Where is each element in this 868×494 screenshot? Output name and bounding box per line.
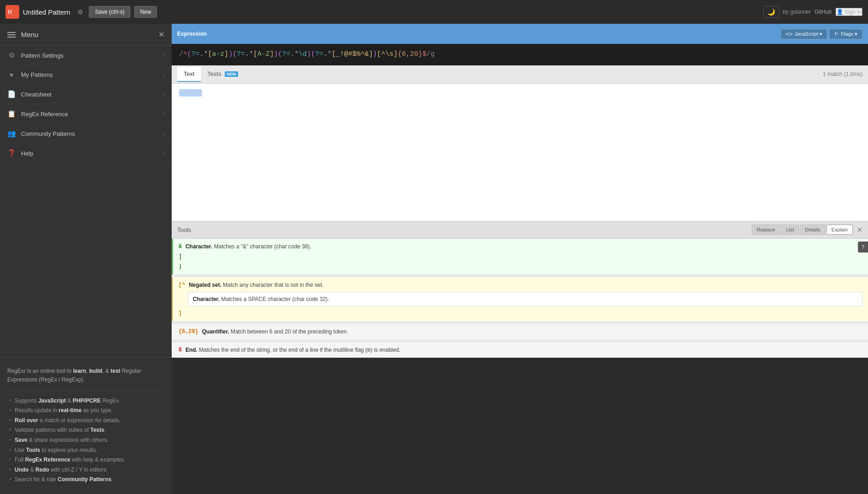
regex-group2-close: ) [274,50,278,58]
sidebar-description: RegExr is an online tool to learn, build… [7,367,164,384]
tools-header: Tools Replace List Details Explain ✕ [172,221,868,239]
sidebar: Menu ✕ ⚙ Pattern Settings › ♥ My Pattern… [0,24,172,494]
desc-negset: Negated set. Match any character that is… [189,282,323,288]
explain-button[interactable]: Explain [826,225,853,235]
regex-bracket-open2: [ [253,50,257,58]
tools-content: & Character. Matches a "&" character (ch… [172,239,868,358]
user-icon: 👤 [836,9,843,15]
sidebar-item-help[interactable]: ❓ Help › [0,144,172,163]
token-bracket-close: ] [179,253,182,260]
feature-item: Undo & Redo with ctrl-Z / Y in editors. [7,465,164,475]
regex-range2: A-Z [257,50,270,58]
theme-toggle-button[interactable]: 🌙 [763,6,779,18]
content-area: Expression </> JavaScript ▾ 🏳 Flags ▾ /^… [172,24,868,494]
sidebar-item-cheatsheet[interactable]: 📄 Cheatsheet › [0,85,172,104]
sidebar-item-regex-reference[interactable]: 📋 RegEx Reference › [0,104,172,124]
regex-close-slash: / [427,50,431,58]
settings-gear-button[interactable]: ⚙ [76,7,85,16]
tab-list: Text Tests NEW [177,67,244,82]
desc-quantifier: Quantifier. Match between 6 and 20 of th… [202,328,348,335]
app-logo: R [5,5,19,19]
text-editor[interactable]: 9tDl2@ [172,84,868,221]
sidebar-close-button[interactable]: ✕ [158,30,164,39]
tool-row-end: $ End. Matches the end of the string, or… [179,345,863,355]
regex-group4: ( [311,50,315,58]
help-bubble[interactable]: ? [858,242,868,252]
save-button[interactable]: Save (ctrl-s) [89,6,130,18]
regex-neg-bracket: [^ [377,50,385,58]
token-paren-close: ) [179,263,182,270]
tools-buttons: Replace List Details Explain ✕ [752,225,863,235]
new-button[interactable]: New [134,6,157,18]
feature-item: Full RegEx Reference with help & example… [7,455,164,465]
details-button[interactable]: Details [800,225,825,235]
feature-item: Supports JavaScript & PHP/PCRE RegEx. [7,396,164,406]
feature-item: Roll over a match or expression for deta… [7,416,164,426]
regex-group-close: ) [228,50,233,58]
tool-row-quantifier: {6,20} Quantifier. Match between 6 and 2… [179,327,863,337]
github-link[interactable]: GitHub [814,9,831,15]
regex-neg-set: \s [385,50,393,58]
doc-icon: 📄 [7,90,16,98]
sidebar-info: RegExr is an online tool to learn, build… [0,357,172,494]
matched-text: 9tDl2@ [179,89,202,97]
signin-button[interactable]: 👤 Sign In [835,8,863,16]
regex-group3-close: ) [307,50,311,58]
tool-row: & Character. Matches a "&" character (ch… [179,242,863,252]
flag-icon: 🏳 [834,31,839,37]
token-negset: [^ [179,282,185,288]
nested-entry: Character. Matches a SPACE character (ch… [188,292,863,306]
regex-dot2: .* [245,50,253,58]
nested-desc: Character. Matches a SPACE character (ch… [193,296,329,302]
regex-group: ( [187,50,191,58]
svg-text:R: R [8,9,12,16]
tool-entry-char-amp: & Character. Matches a "&" character (ch… [172,239,868,274]
regex-lookahead: ?= [191,50,200,58]
regex-lookahead2: ?= [237,50,245,58]
chevron-right-icon: › [163,72,164,78]
replace-button[interactable]: Replace [752,225,780,235]
regex-end-anchor: $ [423,50,427,58]
chevron-right-icon: › [163,52,164,59]
regex-lookahead4: ?= [315,50,323,58]
feature-item: Validate patterns with suites of Tests. [7,425,164,435]
tools-close-button[interactable]: ✕ [857,226,863,234]
language-selector-button[interactable]: </> JavaScript ▾ [781,29,827,39]
tool-row-negset: [^ Negated set. Match any character that… [179,280,863,290]
sidebar-item-community-patterns[interactable]: 👥 Community Patterns › [0,124,172,144]
by-text: by gskinner [783,9,811,15]
expression-bar: Expression </> JavaScript ▾ 🏳 Flags ▾ [172,24,868,44]
flags-button[interactable]: 🏳 Flags ▾ [829,29,863,39]
tools-panel: Tools Replace List Details Explain ✕ & C… [172,221,868,358]
regex-display[interactable]: /^(?=.*[a-z])(?=.*[A-Z])(?=.*\d)(?=.*[_!… [172,44,868,65]
regex-open-slash: / [179,50,183,58]
token-end: $ [179,347,182,353]
tool-entry-end: $ End. Matches the end of the string, or… [172,342,868,358]
regex-digit: \d [298,50,307,58]
sidebar-header: Menu ✕ [0,24,172,46]
feature-list: Supports JavaScript & PHP/PCRE RegEx. Re… [7,396,164,485]
regex-charset: _!@#$%^& [336,50,369,58]
settings-icon: ⚙ [7,51,16,59]
token-neg-bracket-close: ] [179,310,182,317]
new-badge: NEW [225,71,238,77]
heart-icon: ♥ [7,71,16,79]
regex-bracket-open: [ [208,50,212,58]
community-icon: 👥 [7,129,16,138]
feature-item: Use Tools to explore your results. [7,446,164,456]
menu-icon[interactable] [7,32,16,38]
tool-paren-row: ) [179,262,863,272]
code-icon: </> [786,31,793,37]
sidebar-item-pattern-settings[interactable]: ⚙ Pattern Settings › [0,46,172,65]
expression-buttons: </> JavaScript ▾ 🏳 Flags ▾ [781,29,863,39]
desc-amp: Character. Matches a "&" character (char… [185,243,311,250]
regex-lookahead3: ?= [282,50,290,58]
regex-dot: .* [200,50,208,58]
list-button[interactable]: List [781,225,799,235]
sidebar-item-my-patterns[interactable]: ♥ My Patterns › [0,65,172,85]
token-quantifier: {6,20} [179,328,198,335]
tab-tests[interactable]: Tests NEW [201,67,244,82]
tab-text[interactable]: Text [177,67,201,82]
tool-entry-quantifier: {6,20} Quantifier. Match between 6 and 2… [172,324,868,339]
tool-bracket-close-row: ] [179,308,863,318]
